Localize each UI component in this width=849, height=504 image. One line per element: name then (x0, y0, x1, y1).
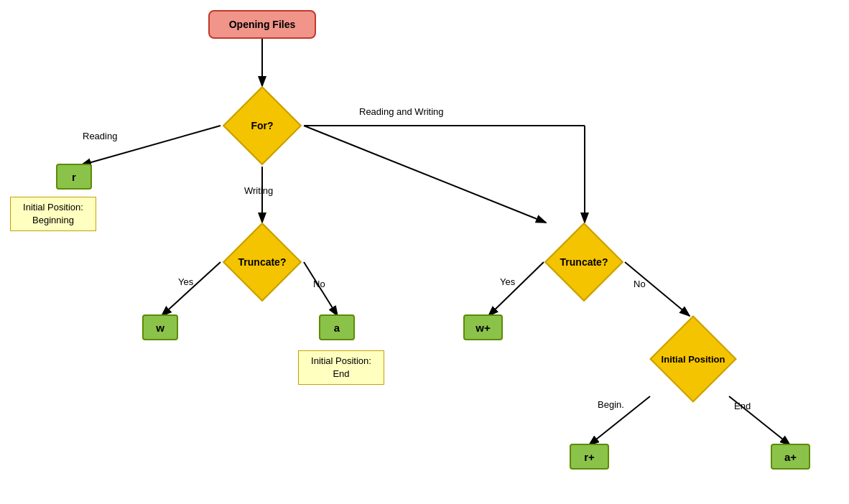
note-end: Initial Position: End (298, 350, 384, 385)
r-node: r (56, 164, 92, 190)
initial-pos-diamond-label: Initial Position (650, 316, 736, 402)
truncate2-diamond-wrapper: Truncate? (544, 223, 623, 302)
no1-label: No (313, 279, 325, 289)
initial-pos-diamond-wrapper: Initial Position (650, 316, 736, 402)
writing-label: Writing (244, 185, 273, 196)
truncate2-diamond-label: Truncate? (544, 223, 623, 302)
note-beginning: Initial Position: Beginning (10, 197, 96, 231)
a-node: a (319, 314, 355, 340)
for-diamond-label: For? (223, 86, 302, 165)
reading-label: Reading (83, 131, 117, 141)
a-plus-node: a+ (771, 444, 810, 470)
svg-line-4 (304, 126, 546, 223)
reading-and-writing-label: Reading and Writing (359, 106, 444, 117)
truncate1-diamond-label: Truncate? (223, 223, 302, 302)
opening-files-node: Opening Files (208, 10, 316, 39)
end-label: End (734, 401, 751, 411)
yes2-label: Yes (500, 276, 515, 287)
svg-line-9 (488, 262, 544, 316)
note-beginning-text: Initial Position: Beginning (23, 201, 83, 227)
yes1-label: Yes (178, 276, 193, 287)
for-diamond-wrapper: For? (223, 86, 302, 165)
begin-label: Begin. (598, 399, 624, 410)
no2-label: No (634, 279, 646, 289)
w-node: w (142, 314, 178, 340)
svg-line-7 (162, 262, 221, 316)
r-plus-node: r+ (570, 444, 609, 470)
truncate1-diamond-wrapper: Truncate? (223, 223, 302, 302)
note-end-text: Initial Position: End (311, 355, 371, 381)
w-plus-node: w+ (463, 314, 503, 340)
